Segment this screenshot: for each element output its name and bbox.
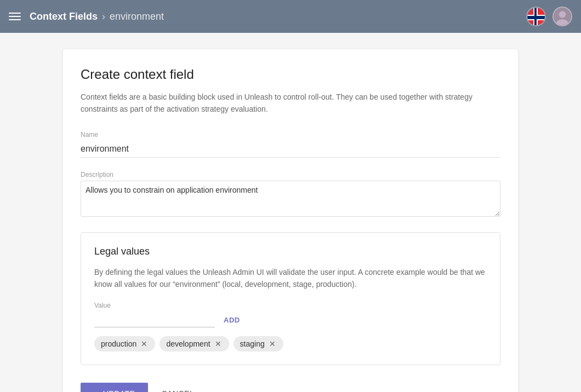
breadcrumb-separator: › [102,11,105,22]
description-form-group: Description Allows you to constrain on a… [81,171,500,219]
page-description: Context fields are a basic building bloc… [81,91,500,116]
tag-development-label: development [166,339,210,348]
value-input-row: Value ADD [94,302,487,327]
update-button-label: UPDATE [103,389,135,392]
svg-rect-4 [534,8,537,26]
create-context-field-card: Create context field Context fields are … [63,49,518,392]
breadcrumb: Context Fields › environment [30,11,164,22]
tag-development-remove[interactable]: ✕ [214,339,223,348]
legal-values-section: Legal values By defining the legal value… [81,232,500,365]
app-header: Context Fields › environment [0,0,581,33]
tag-production-label: production [101,339,136,348]
description-textarea[interactable]: Allows you to constrain on application e… [81,181,500,217]
menu-icon[interactable] [9,13,21,20]
tag-staging-remove[interactable]: ✕ [268,339,277,348]
value-input-wrapper: Value [94,302,215,327]
name-input[interactable] [81,141,500,158]
name-label: Name [81,131,500,139]
main-content: Create context field Context fields are … [0,33,581,392]
breadcrumb-root[interactable]: Context Fields [30,11,98,22]
plus-icon: + [94,389,99,392]
description-label: Description [81,171,500,178]
value-label: Value [94,302,215,309]
legal-values-description: By defining the legal values the Unleash… [94,266,487,291]
legal-values-title: Legal values [94,246,487,257]
tag-production-remove[interactable]: ✕ [140,339,149,348]
breadcrumb-current: environment [110,11,164,22]
language-flag[interactable] [526,7,546,26]
tag-production: production ✕ [94,336,155,351]
add-value-button[interactable]: ADD [224,313,240,327]
tag-staging-label: staging [240,339,265,348]
user-avatar[interactable] [552,7,572,26]
svg-point-8 [559,11,566,18]
header-right [526,7,572,26]
tag-staging: staging ✕ [233,336,283,351]
tags-row: production ✕ development ✕ staging ✕ [94,336,487,351]
tag-development: development ✕ [160,336,229,351]
header-left: Context Fields › environment [9,11,164,22]
update-button[interactable]: + UPDATE [81,383,148,392]
name-form-group: Name [81,131,500,158]
actions-row: + UPDATE CANCEL [81,383,500,392]
page-title: Create context field [81,67,500,82]
cancel-button[interactable]: CANCEL [148,383,207,392]
value-input[interactable] [94,312,215,327]
